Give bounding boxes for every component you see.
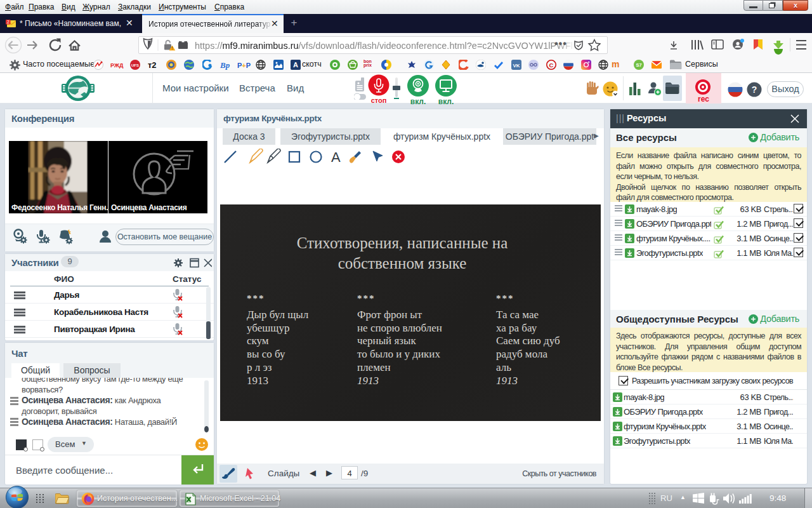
svg-text:A: A: [293, 61, 298, 69]
svg-text:VK: VK: [513, 63, 520, 69]
svg-text:UFS: UFS: [131, 64, 139, 67]
svg-text:!: !: [171, 46, 173, 50]
svg-text:?: ?: [752, 84, 757, 95]
svg-text:S7: S7: [636, 62, 641, 68]
svg-text:2: 2: [7, 20, 10, 24]
svg-text:A: A: [331, 149, 341, 165]
svg-text:C: C: [549, 62, 554, 69]
